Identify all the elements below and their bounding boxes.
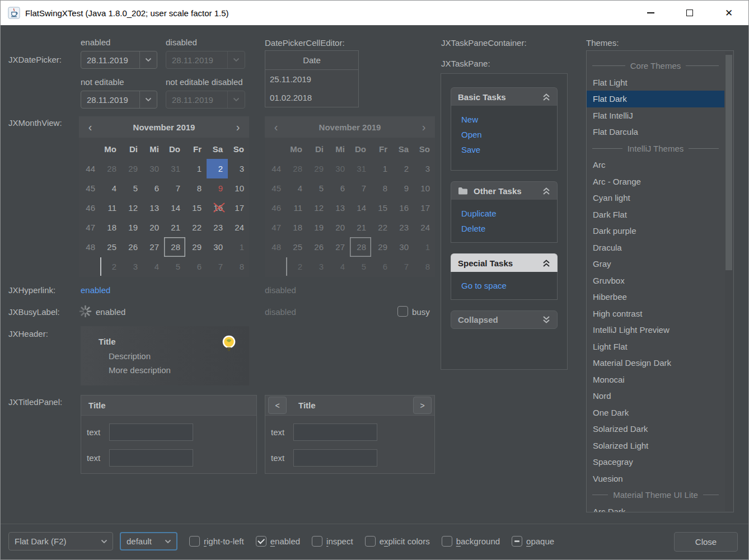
- checkbox-background[interactable]: background: [442, 536, 500, 547]
- calendar-day[interactable]: 17: [228, 198, 249, 218]
- theme-list-item[interactable]: Dracula: [587, 239, 724, 256]
- theme-list-item[interactable]: Light Flat: [587, 338, 724, 355]
- checkbox-box[interactable]: [365, 536, 376, 547]
- checkbox-label[interactable]: explicit colors: [380, 537, 430, 546]
- close-window-button[interactable]: ✕: [709, 1, 748, 25]
- mode-combo-value[interactable]: default: [121, 533, 160, 549]
- calendar-day[interactable]: 7: [207, 257, 228, 276]
- calendar-day[interactable]: 20: [143, 218, 164, 237]
- calendar-day[interactable]: 1: [185, 159, 207, 178]
- datepicker-value[interactable]: 28.11.2019: [81, 91, 139, 108]
- checkbox-label[interactable]: inspect: [326, 537, 353, 546]
- task-link[interactable]: Open: [461, 129, 557, 140]
- calendar-day[interactable]: 12: [121, 198, 143, 218]
- text-field[interactable]: [109, 449, 193, 467]
- theme-list-item[interactable]: Cyan light: [587, 190, 724, 206]
- theme-list-item[interactable]: Gray: [587, 256, 724, 272]
- task-link[interactable]: Go to space: [461, 280, 557, 291]
- theme-list-item[interactable]: Dark Flat: [587, 206, 724, 223]
- theme-list-item[interactable]: Arc: [587, 157, 724, 173]
- calendar-day[interactable]: 29: [185, 237, 207, 257]
- collapse-chevron-icon[interactable]: [542, 93, 550, 101]
- chevron-down-icon[interactable]: [139, 51, 157, 68]
- theme-list-item[interactable]: Hiberbee: [587, 289, 724, 305]
- busy-checkbox-label[interactable]: busy: [412, 307, 430, 317]
- theme-list-item[interactable]: Solarized Light: [587, 437, 724, 454]
- theme-list-item[interactable]: Flat Light: [587, 74, 724, 91]
- task-link[interactable]: Save: [461, 144, 557, 155]
- checkbox-opaque[interactable]: opaque: [512, 536, 554, 547]
- calendar-day[interactable]: 22: [185, 218, 207, 237]
- calendar-day[interactable]: 24: [228, 218, 249, 237]
- calendar-day[interactable]: 10: [228, 178, 249, 198]
- theme-list-item[interactable]: Arc Dark: [587, 503, 724, 513]
- theme-combo-value[interactable]: Flat Dark (F2): [9, 533, 96, 550]
- collapse-chevron-icon[interactable]: [542, 259, 550, 267]
- collapse-chevron-icon[interactable]: [542, 187, 550, 195]
- checkbox-label[interactable]: enabled: [270, 537, 300, 546]
- calendar-day[interactable]: 30: [207, 237, 228, 257]
- checkbox-label[interactable]: right-to-left: [204, 537, 244, 546]
- theme-list-item[interactable]: Vuesion: [587, 470, 724, 487]
- calendar-day[interactable]: 15: [185, 198, 207, 218]
- calendar-day[interactable]: 2: [207, 159, 228, 178]
- task-link[interactable]: New: [461, 114, 557, 125]
- checkbox-label[interactable]: opaque: [526, 537, 554, 546]
- monthview-enabled[interactable]: ‹November 2019›MoDiMiDoFrSaSo44282930311…: [79, 116, 249, 277]
- calendar-day[interactable]: 8: [228, 257, 249, 276]
- calendar-day[interactable]: 30: [143, 159, 164, 178]
- calendar-day[interactable]: 9: [207, 178, 228, 198]
- calendar-day[interactable]: 4: [100, 178, 121, 198]
- checkbox-box[interactable]: [256, 536, 266, 547]
- datepicker-combo[interactable]: 28.11.2019: [81, 91, 157, 109]
- checkbox-box[interactable]: [189, 536, 200, 547]
- busy-checkbox[interactable]: [397, 306, 408, 317]
- theme-list-item[interactable]: Flat Dark: [587, 91, 724, 107]
- theme-list-item[interactable]: One Dark: [587, 404, 724, 421]
- taskpane-header[interactable]: Special Tasks: [451, 253, 558, 272]
- calendar-day[interactable]: 28: [100, 159, 121, 178]
- calendar-day[interactable]: 25: [100, 237, 121, 257]
- scrollbar-track[interactable]: [725, 51, 733, 511]
- calendar-day[interactable]: 4: [143, 257, 164, 276]
- calendar-prev-icon[interactable]: ‹: [79, 116, 101, 138]
- checkbox-explicit-colors[interactable]: explicit colors: [365, 536, 430, 547]
- task-link[interactable]: Duplicate: [461, 208, 557, 219]
- taskpane-header[interactable]: Other Tasks: [451, 181, 558, 200]
- panel-prev-button[interactable]: <: [268, 397, 287, 414]
- theme-list-item[interactable]: Flat IntelliJ: [587, 107, 724, 124]
- theme-list-item[interactable]: Gruvbox: [587, 272, 724, 289]
- taskpane-header[interactable]: Basic Tasks: [451, 87, 558, 106]
- calendar-day[interactable]: 19: [121, 218, 143, 237]
- calendar-day[interactable]: 23: [207, 218, 228, 237]
- theme-list-item[interactable]: Solarized Dark: [587, 421, 724, 437]
- text-field[interactable]: [293, 423, 377, 441]
- hyperlink-enabled[interactable]: enabled: [81, 285, 110, 295]
- theme-list-item[interactable]: High contrast: [587, 305, 724, 322]
- text-field[interactable]: [109, 423, 193, 441]
- theme-list-item[interactable]: Flat Darcula: [587, 124, 724, 140]
- chevron-down-icon[interactable]: [139, 91, 157, 108]
- expand-chevron-icon[interactable]: [542, 316, 550, 324]
- calendar-next-icon[interactable]: ›: [227, 116, 249, 138]
- maximize-button[interactable]: [670, 1, 709, 25]
- calendar-day[interactable]: 5: [121, 178, 143, 198]
- calendar-day[interactable]: 2: [100, 257, 121, 276]
- calendar-day[interactable]: 5: [164, 257, 185, 276]
- calendar-day[interactable]: 13: [143, 198, 164, 218]
- theme-list-item[interactable]: Nord: [587, 388, 724, 404]
- calendar-day[interactable]: 18: [100, 218, 121, 237]
- calendar-day[interactable]: 7: [164, 178, 185, 198]
- checkbox-label[interactable]: background: [456, 537, 500, 546]
- calendar-day[interactable]: 6: [185, 257, 207, 276]
- table-row[interactable]: 25.11.2019: [265, 70, 358, 88]
- theme-select-combo[interactable]: Flat Dark (F2): [8, 532, 113, 550]
- datepicker-value[interactable]: 28.11.2019: [81, 51, 139, 68]
- checkbox-box[interactable]: [512, 536, 522, 547]
- task-link[interactable]: Delete: [461, 223, 557, 234]
- mode-select-combo[interactable]: default: [120, 532, 177, 550]
- close-button[interactable]: Close: [674, 532, 738, 552]
- theme-list-item[interactable]: IntelliJ Light Preview: [587, 322, 724, 338]
- calendar-day[interactable]: 3: [121, 257, 143, 276]
- calendar-day[interactable]: 27: [143, 237, 164, 257]
